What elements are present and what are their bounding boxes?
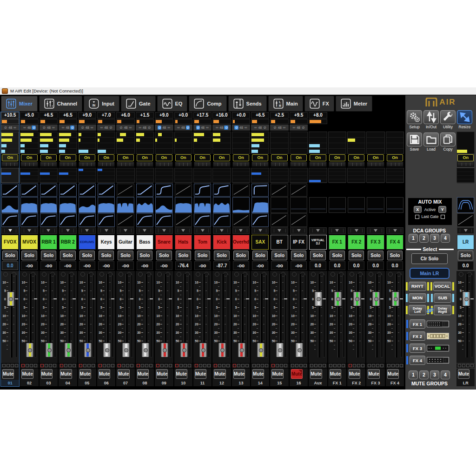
link-icon[interactable]: ∞ xyxy=(90,126,94,130)
mute-button[interactable]: Mute xyxy=(349,369,360,379)
channel-on-button[interactable]: On xyxy=(60,154,76,161)
channel-strip-13[interactable]: +0.0⊘48∞OnOverhdSolo-oo1050510203050Mute… xyxy=(232,112,250,386)
pan-indicator[interactable] xyxy=(20,227,38,234)
fx-sends-display[interactable] xyxy=(174,168,192,183)
gate-thumbnail[interactable] xyxy=(290,184,307,197)
phantom-48v-label[interactable]: 48 xyxy=(239,126,243,129)
channel-strip-FX 2[interactable]: OnFX 2Solo0.01050510203050MuteFX 2 xyxy=(347,112,365,386)
fx-sends-display[interactable] xyxy=(290,168,308,183)
bus-sends-display[interactable] xyxy=(232,132,250,154)
phase-invert-icon[interactable]: ⊘ xyxy=(224,126,228,130)
channel-label[interactable]: Overhd xyxy=(232,235,250,250)
phantom-48v-label[interactable]: 48 xyxy=(278,126,282,129)
pan-indicator[interactable] xyxy=(367,227,384,234)
pan-indicator[interactable] xyxy=(386,227,403,234)
comp-thumbnail[interactable] xyxy=(251,213,269,227)
channel-on-button[interactable]: On xyxy=(213,154,230,161)
pan-slider[interactable] xyxy=(20,162,38,167)
phase-invert-icon[interactable]: ⊘ xyxy=(109,126,113,130)
channel-label[interactable]: VIRTUAL DJ xyxy=(309,235,326,250)
bus-sends-display[interactable] xyxy=(366,132,384,154)
gate-thumbnail[interactable] xyxy=(79,184,96,197)
fader-cap[interactable] xyxy=(238,343,246,357)
gate-thumbnail[interactable] xyxy=(59,184,76,197)
fader-cap[interactable] xyxy=(353,291,361,306)
fader-cap[interactable] xyxy=(160,343,169,357)
phantom-48v-label[interactable]: 48 xyxy=(104,126,108,129)
channel-label[interactable]: SAX xyxy=(251,235,269,250)
channel-label[interactable]: EDRUMS xyxy=(79,235,96,250)
bus-sends-display[interactable] xyxy=(59,132,77,154)
phantom-48v-label[interactable]: 48 xyxy=(162,126,166,129)
pan-slider[interactable] xyxy=(79,162,96,167)
fader[interactable]: 1050510203050 xyxy=(193,271,212,363)
fx-sends-display[interactable] xyxy=(40,168,58,183)
channel-on-button[interactable]: On xyxy=(310,154,326,161)
phase-invert-icon[interactable]: ⊘ xyxy=(147,126,152,130)
fader-cap[interactable] xyxy=(334,291,342,306)
rhyt-button[interactable]: RHYT xyxy=(409,282,426,291)
solo-button[interactable]: Solo xyxy=(118,251,133,260)
eq-thumbnail[interactable] xyxy=(136,197,153,213)
eq-thumbnail[interactable] xyxy=(98,197,115,213)
channel-label[interactable]: FX 3 xyxy=(367,235,384,250)
automix-x-button[interactable]: X xyxy=(414,206,422,213)
solo-button[interactable]: Solo xyxy=(41,251,56,260)
mute-group-button-2[interactable]: 2 xyxy=(419,370,429,379)
gate-thumbnail[interactable] xyxy=(271,184,288,197)
solo-button[interactable]: Solo xyxy=(137,251,152,260)
fader-cap[interactable] xyxy=(122,343,130,357)
eq-thumbnail[interactable] xyxy=(194,197,211,213)
fx-sends-display[interactable] xyxy=(251,168,269,183)
channel-on-button[interactable]: On xyxy=(367,154,383,161)
solo-button[interactable]: Solo xyxy=(368,251,383,260)
last-gate-checkbox-y[interactable] xyxy=(441,215,445,219)
solo-button[interactable]: Solo xyxy=(176,251,191,260)
fx-rack-thumbnail[interactable] xyxy=(427,357,449,364)
pan-slider[interactable] xyxy=(117,162,134,167)
eq-thumbnail[interactable] xyxy=(213,197,230,213)
pan-indicator[interactable] xyxy=(213,227,230,234)
fader-cap[interactable] xyxy=(462,291,470,306)
channel-strip-11[interactable]: +17.5⊘48∞OnTomSolo-oo1050510203050Mute11 xyxy=(193,112,212,386)
pan-slider[interactable] xyxy=(386,162,403,167)
comp-thumbnail[interactable] xyxy=(1,213,19,227)
eq-thumbnail[interactable] xyxy=(251,197,269,213)
phase-invert-icon[interactable]: ⊘ xyxy=(234,126,238,130)
solo-button[interactable]: Solo xyxy=(330,251,345,260)
solo-button[interactable]: Solo xyxy=(60,251,75,260)
pan-slider[interactable] xyxy=(290,162,307,167)
tab-eq[interactable]: EQ xyxy=(157,96,188,112)
automix-y-button[interactable]: Y xyxy=(438,206,446,213)
solo-button[interactable]: Solo xyxy=(310,251,325,260)
pan-indicator[interactable] xyxy=(175,227,192,234)
channel-label[interactable]: RBR 2 xyxy=(59,235,76,250)
fader-cap[interactable] xyxy=(180,343,188,357)
comp-thumbnail[interactable] xyxy=(59,213,76,227)
mute-button[interactable]: Mute xyxy=(291,369,303,379)
fader-cap[interactable] xyxy=(141,343,150,357)
pan-slider[interactable] xyxy=(155,162,172,167)
gate-thumbnail[interactable] xyxy=(117,184,134,197)
phase-invert-icon[interactable]: ⊘ xyxy=(301,126,305,130)
solo-button[interactable]: Solo xyxy=(21,251,37,260)
fx-sends-display[interactable] xyxy=(232,168,250,183)
phase-invert-icon[interactable]: ⊘ xyxy=(70,126,74,130)
link-icon[interactable]: ∞ xyxy=(138,126,142,130)
fx-sends-display[interactable] xyxy=(456,168,475,183)
gate-thumbnail[interactable] xyxy=(40,184,57,197)
fader[interactable]: 1050510203050 xyxy=(251,271,269,363)
channel-strip-Aux[interactable]: +8.0OnVIRTUAL DJSolo0.01050510203050Mute… xyxy=(309,112,327,386)
fader[interactable]: 1050510203050 xyxy=(20,271,38,363)
link-icon[interactable]: ∞ xyxy=(292,126,296,130)
comp-thumbnail[interactable] xyxy=(213,213,230,227)
channel-on-button[interactable]: On xyxy=(329,154,345,161)
last-gate-checkbox-x[interactable] xyxy=(415,215,419,219)
fx-sends-display[interactable] xyxy=(155,168,173,183)
channel-strip-01[interactable]: +10.5⊘48∞OnFVOXSolo0.01050510203050Mute0… xyxy=(1,112,19,386)
phase-invert-icon[interactable]: ⊘ xyxy=(273,126,277,130)
dca-group-button-1[interactable]: 1 xyxy=(409,234,418,243)
dca-group-button-3[interactable]: 3 xyxy=(430,234,439,243)
solo-button[interactable]: Solo xyxy=(233,251,249,260)
fx-sends-display[interactable] xyxy=(309,168,327,183)
